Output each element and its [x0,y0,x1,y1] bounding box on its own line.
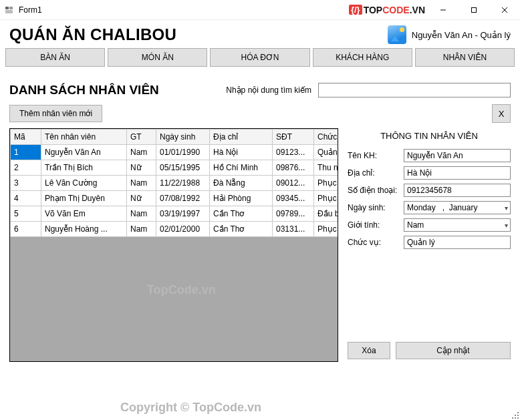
cell-ngay_sinh[interactable]: 05/15/1995 [156,160,210,176]
cell-dia_chi[interactable]: Cần Thơ [210,206,273,222]
cell-ma[interactable]: 4 [11,191,41,206]
detail-title: THÔNG TIN NHÂN VIÊN [348,131,511,141]
svg-rect-0 [5,7,9,9]
nav-ban-an[interactable]: BÀN ĂN [5,48,105,67]
cell-sdt[interactable]: 09012... [273,176,314,191]
col-sdt[interactable]: SĐT [273,130,314,145]
col-chuc-vu[interactable]: Chức vụ [314,130,339,145]
cell-ngay_sinh[interactable]: 01/01/1990 [156,145,210,160]
cell-ten[interactable]: Trần Thị Bích [41,160,127,176]
maximize-button[interactable] [459,0,489,19]
add-employee-button[interactable]: Thêm nhân viên mới [9,105,102,122]
svg-rect-2 [5,10,13,13]
cell-chuc_vu[interactable]: Phục vụ [314,176,339,191]
svg-rect-1 [9,7,13,9]
col-ma[interactable]: Mã [11,130,41,145]
label-ngay-sinh: Ngày sinh: [348,203,404,212]
resize-grip[interactable] [509,409,519,419]
cell-sdt[interactable]: 09123... [273,145,314,160]
select-gioi-tinh[interactable] [404,218,511,232]
cell-ma[interactable]: 3 [11,176,41,191]
cell-gt[interactable]: Nam [127,145,156,160]
current-user-label: Nguyễn Văn An - Quản lý [412,30,511,40]
cell-chuc_vu[interactable]: Đầu bếp [314,206,339,222]
cell-chuc_vu[interactable]: Phục vụ [314,222,339,237]
close-panel-button[interactable]: X [492,104,511,123]
close-button[interactable] [489,0,520,19]
svg-rect-4 [472,7,477,12]
table-row[interactable]: 6Nguyễn Hoàng ...Nam02/01/2000Cần Thơ031… [11,222,339,237]
cell-dia_chi[interactable]: Hà Nội [210,145,273,160]
input-chuc-vu[interactable] [404,236,511,249]
cell-ten[interactable]: Nguyễn Văn An [41,145,127,160]
cell-gt[interactable]: Nữ [127,160,156,176]
header: QUÁN ĂN CHALIBOU Nguyễn Văn An - Quản lý [0,20,520,48]
table-row[interactable]: 5Võ Văn EmNam03/19/1997Cần Thơ09789...Đầ… [11,206,339,222]
app-title: QUÁN ĂN CHALIBOU [9,25,388,44]
cell-ma[interactable]: 1 [11,145,41,160]
label-ten-kh: Tên KH: [348,151,404,160]
nav-mon-an[interactable]: MÓN ĂN [108,48,207,67]
cell-ma[interactable]: 2 [11,160,41,176]
table-row[interactable]: 3Lê Văn CườngNam11/22/1988Đà Nẵng09012..… [11,176,339,191]
nav-khach-hang[interactable]: KHÁCH HÀNG [313,48,412,67]
cell-gt[interactable]: Nam [127,206,156,222]
col-ngay-sinh[interactable]: Ngày sinh [156,130,210,145]
cell-dia_chi[interactable]: Hải Phòng [210,191,273,206]
cell-dia_chi[interactable]: Cần Thơ [210,222,273,237]
cell-ma[interactable]: 5 [11,206,41,222]
section-title: DANH SÁCH NHÂN VIÊN [9,83,159,97]
cell-ngay_sinh[interactable]: 11/22/1988 [156,176,210,191]
section-row: DANH SÁCH NHÂN VIÊN Nhập nội dung tìm ki… [0,73,520,104]
cell-dia_chi[interactable]: Đà Nẵng [210,176,273,191]
cell-chuc_vu[interactable]: Thu ngân [314,160,339,176]
label-chuc-vu: Chức vụ: [348,238,404,247]
search-input[interactable] [318,83,511,97]
window-controls [428,0,520,19]
title-bar: Form1 {/} TOPCODE.VN [0,0,520,20]
cell-ngay_sinh[interactable]: 02/01/2000 [156,222,210,237]
cell-ngay_sinh[interactable]: 07/08/1992 [156,191,210,206]
cell-ma[interactable]: 6 [11,222,41,237]
datepicker-ngay-sinh[interactable] [404,201,511,214]
cell-ten[interactable]: Phạm Thị Duyên [41,191,127,206]
update-button[interactable]: Cập nhật [396,342,511,359]
table-row[interactable]: 2Trần Thị BíchNữ05/15/1995Hồ Chí Minh098… [11,160,339,176]
detail-panel: THÔNG TIN NHÂN VIÊN Tên KH: Địa chỉ: Số … [348,128,511,362]
app-icon [4,5,15,15]
col-gt[interactable]: GT [127,130,156,145]
cell-ten[interactable]: Nguyễn Hoàng ... [41,222,127,237]
col-dia-chi[interactable]: Địa chỉ [210,130,273,145]
user-picture-icon [388,25,406,44]
cell-sdt[interactable]: 09789... [273,206,314,222]
cell-sdt[interactable]: 09345... [273,191,314,206]
cell-ten[interactable]: Võ Văn Em [41,206,127,222]
table-row[interactable]: 1Nguyễn Văn AnNam01/01/1990Hà Nội09123..… [11,145,339,160]
input-ten-kh[interactable] [404,149,511,162]
minimize-button[interactable] [428,0,459,19]
main-area: Mã Tên nhân viên GT Ngày sinh Địa chỉ SĐ… [0,128,520,362]
input-dia-chi[interactable] [404,166,511,180]
col-ten[interactable]: Tên nhân viên [41,130,127,145]
nav-nhan-vien[interactable]: NHÂN VIÊN [415,48,515,67]
label-gioi-tinh: Giới tính: [348,220,404,230]
cell-sdt[interactable]: 09876... [273,160,314,176]
cell-ten[interactable]: Lê Văn Cường [41,176,127,191]
nav-hoa-don[interactable]: HÓA ĐƠN [210,48,309,67]
input-sdt[interactable] [404,184,511,197]
table-header-row[interactable]: Mã Tên nhân viên GT Ngày sinh Địa chỉ SĐ… [11,130,339,145]
table-row[interactable]: 4Phạm Thị DuyênNữ07/08/1992Hải Phòng0934… [11,191,339,206]
cell-gt[interactable]: Nam [127,222,156,237]
label-sdt: Số điện thoại: [348,186,404,195]
delete-button[interactable]: Xóa [348,342,390,359]
cell-chuc_vu[interactable]: Phục vụ [314,191,339,206]
cell-gt[interactable]: Nữ [127,191,156,206]
toolbar-row: Thêm nhân viên mới X [0,104,520,128]
cell-ngay_sinh[interactable]: 03/19/1997 [156,206,210,222]
cell-gt[interactable]: Nam [127,176,156,191]
cell-dia_chi[interactable]: Hồ Chí Minh [210,160,273,176]
cell-chuc_vu[interactable]: Quản lý [314,145,339,160]
search-label: Nhập nội dung tìm kiếm [226,85,311,95]
employee-grid[interactable]: Mã Tên nhân viên GT Ngày sinh Địa chỉ SĐ… [9,128,338,362]
cell-sdt[interactable]: 03131... [273,222,314,237]
